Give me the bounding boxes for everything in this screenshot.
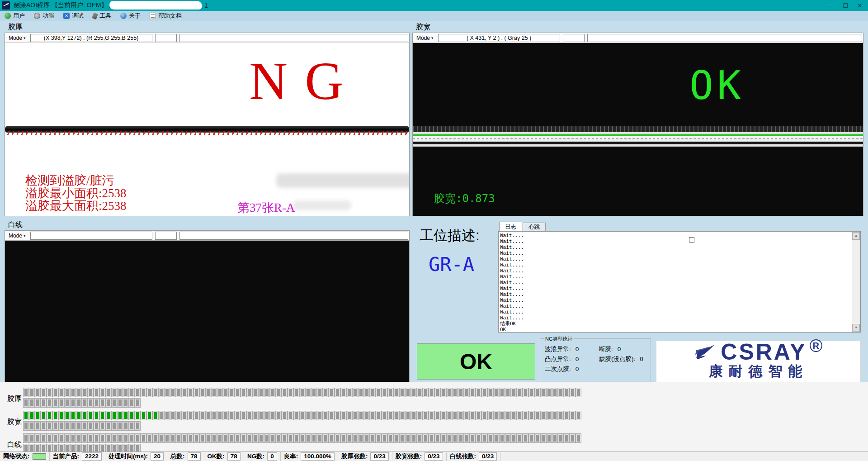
white-line-toolbar: Mode ▾ [5,231,409,241]
indicator-cell [106,399,111,407]
indicator-cell [217,411,222,420]
indicator-cell [200,411,205,420]
indicator-cell [270,411,275,420]
indicator-cell [165,434,170,442]
menu-item-关于[interactable]: 关于 [116,11,145,21]
indicator-cell [106,411,111,420]
indicator-cell [411,434,416,442]
scroll-up-icon[interactable]: ▲ [852,232,860,240]
indicator-cell [65,434,70,442]
indicator-cell [118,422,123,430]
tab-log[interactable]: 日志 [499,222,522,231]
indicator-cell [229,388,234,397]
indicator-cell [453,411,458,420]
ng-stat-label: 二次点胶: [545,364,571,374]
indicator-cell [182,411,187,420]
mode-dropdown[interactable]: Mode ▾ [7,34,28,42]
indicator-cell [547,434,552,442]
indicator-cell [311,434,316,442]
indicator-cell [94,411,99,420]
result-ok-button[interactable]: OK [417,343,535,380]
log-entry: Wait.... [500,315,860,321]
mode-dropdown[interactable]: Mode ▾ [7,232,28,239]
indicator-cell [65,422,70,430]
redaction-smudge [276,173,409,188]
minimize-icon[interactable]: — [824,0,838,11]
indicator-cell [212,411,217,420]
csray-wing-icon [694,342,718,360]
menu-item-功能[interactable]: 功能 [29,11,59,21]
log-checkbox[interactable] [689,237,694,242]
indicator-cell [100,411,105,420]
indicator-cell [488,411,493,420]
indicator-cell [170,388,175,397]
indicator-cell [359,411,363,420]
indicator-cell [88,434,93,442]
maximize-icon[interactable]: ☐ [838,0,853,11]
indicator-cell [106,434,111,442]
indicator-cell [500,388,505,397]
menu-item-调试[interactable]: ✕调试 [59,11,88,21]
indicator-cell [500,434,505,442]
indicator-cell [123,399,128,407]
indicator-cell [505,434,510,442]
close-icon[interactable]: ✕ [853,0,867,11]
status-label: 当前产品: [53,452,80,461]
indicator-cell [347,434,352,442]
tab-heartbeat[interactable]: 心跳 [523,223,546,231]
tool-icon [92,12,98,19]
indicator-cell [212,434,217,442]
indicator-cell [458,411,463,420]
indicator-cell [294,388,299,397]
indicator-cell [488,434,493,442]
indicator-cell [206,434,211,442]
indicator-cell [347,411,352,420]
ng-stat-label: 缺胶(没点胶): [599,354,635,364]
indicator-cell [135,399,140,407]
indicator-cell [229,411,234,420]
indicator-cell [188,411,193,420]
glue-width-image[interactable]: OK 胶宽:0.873 [413,43,863,216]
ng-stats-title: NG类型统计 [544,336,574,342]
status-item: 网络状态: [0,452,50,461]
mode-dropdown[interactable]: Mode ▾ [415,34,435,42]
indicator-cell [35,399,40,407]
indicator-cell [341,388,346,397]
indicator-cell [41,434,46,442]
indicator-cell [341,434,346,442]
indicator-cell [223,388,228,397]
menu-item-label: 用户 [13,12,25,20]
status-label: 白线张数: [450,452,476,461]
indicator-cell [41,388,46,397]
indicator-cell [447,411,452,420]
log-scrollbar[interactable]: ▲ ▼ [852,232,860,332]
menu-item-用户[interactable]: 用户 [0,11,29,21]
indicator-cell [59,422,64,430]
glue-thickness-image[interactable]: NG 检测到溢胶/脏污 溢胶最小面积:2538 溢胶最大面积:2538 第37张… [5,43,409,216]
panel-title-white-line: 白线 [8,220,23,230]
status-value: 78 [188,452,201,461]
vendor-logo-subtext: 康耐德智能 [709,362,808,381]
scroll-down-icon[interactable]: ▼ [852,324,860,332]
indicator-cell [453,388,458,397]
indicator-cell [200,434,205,442]
indicator-cell [59,388,64,397]
ng-type-statistics-box: NG类型统计 波浪异常:0凸点异常:0二次点胶:0 断胶:0缺胶(没点胶):0 [540,338,651,381]
indicator-cell [147,388,152,397]
indicator-cell [247,411,252,420]
indicator-cell [217,434,222,442]
menu-item-工具[interactable]: 工具 [88,11,116,21]
indicator-cell [282,411,287,420]
indicator-cell [259,434,264,442]
menu-item-帮助文档[interactable]: 帮助文档 [145,11,186,21]
indicator-cell [529,411,534,420]
status-label: OK数: [208,452,225,461]
indicator-cell [53,422,58,430]
indicator-cell [476,434,481,442]
indicator-cell [253,411,258,420]
log-list[interactable]: Wait....Wait....Wait....Wait....Wait....… [498,231,861,333]
indicator-cell [453,434,458,442]
ng-stat-row: 凸点异常:0 [545,354,579,364]
gear-icon [34,13,40,19]
white-line-image[interactable] [5,241,409,382]
